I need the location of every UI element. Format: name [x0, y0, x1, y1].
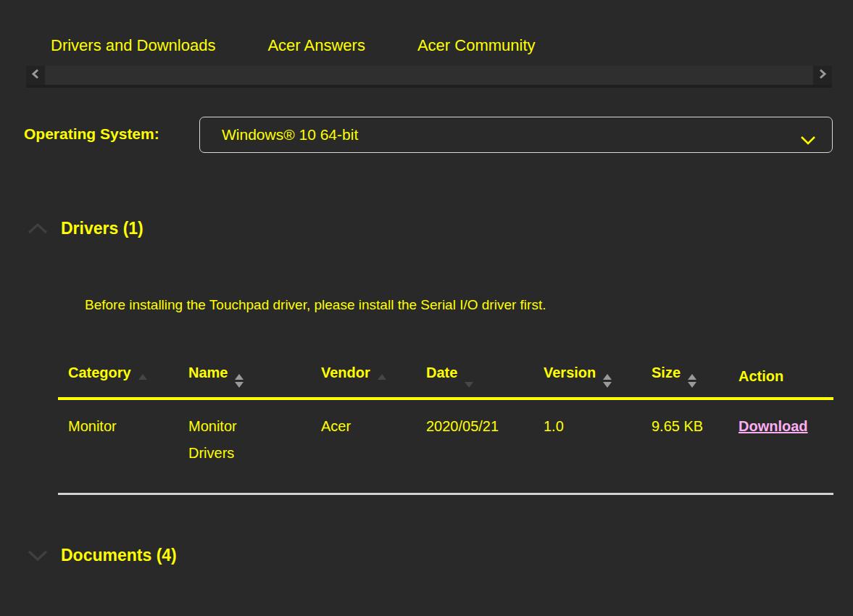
column-header-action: Action: [728, 360, 833, 399]
operating-system-label: Operating System:: [24, 125, 159, 143]
scroll-right-button[interactable]: [813, 66, 832, 85]
collapse-chevron-up-icon[interactable]: [28, 222, 48, 238]
sort-arrows-icon: [378, 374, 386, 388]
chevron-left-icon: [31, 69, 40, 82]
nav-acer-answers[interactable]: Acer Answers: [267, 36, 365, 55]
cell-action: Download: [728, 399, 833, 494]
column-header-label: Name: [188, 365, 228, 380]
column-header-label: Size: [652, 365, 681, 380]
touchpad-driver-notice: Before installing the Touchpad driver, p…: [85, 297, 546, 313]
nav-acer-community[interactable]: Acer Community: [417, 36, 536, 55]
drivers-table: Category Name Vendor Date Version Size A…: [58, 360, 833, 495]
column-header-category[interactable]: Category: [58, 360, 178, 399]
drivers-downloads-page: Drivers and Downloads Acer Answers Acer …: [0, 0, 853, 616]
drivers-section-title[interactable]: Drivers (1): [61, 219, 143, 238]
download-link[interactable]: Download: [738, 418, 808, 434]
column-header-size[interactable]: Size: [641, 360, 728, 399]
table-row: Monitor Monitor Drivers Acer 2020/05/21 …: [58, 399, 833, 494]
sort-arrows-icon: [138, 374, 147, 388]
column-header-date[interactable]: Date: [416, 360, 533, 399]
cell-version: 1.0: [533, 399, 641, 494]
nav-drivers-and-downloads[interactable]: Drivers and Downloads: [51, 36, 215, 55]
collapse-chevron-down-icon[interactable]: [28, 549, 48, 565]
operating-system-selected-value: Windows® 10 64-bit: [222, 126, 358, 143]
chevron-down-icon: [800, 131, 816, 149]
column-header-version[interactable]: Version: [533, 360, 641, 399]
tab-scrollbar[interactable]: [26, 66, 832, 85]
cell-size: 9.65 KB: [641, 399, 728, 494]
operating-system-select[interactable]: Windows® 10 64-bit: [199, 117, 833, 153]
top-navigation: Drivers and Downloads Acer Answers Acer …: [51, 36, 536, 55]
cell-name: Monitor Drivers: [178, 399, 311, 494]
column-header-label: Version: [544, 365, 596, 380]
scrollbar-track-line: [26, 85, 832, 88]
chevron-right-icon: [818, 69, 827, 82]
column-header-vendor[interactable]: Vendor: [311, 360, 416, 399]
cell-date: 2020/05/21: [416, 399, 533, 494]
cell-vendor: Acer: [311, 399, 416, 494]
cell-category: Monitor: [58, 399, 178, 494]
documents-section-title[interactable]: Documents (4): [61, 546, 177, 565]
sort-arrows-icon: [235, 374, 244, 388]
column-header-label: Vendor: [321, 365, 370, 380]
column-header-label: Date: [426, 365, 457, 380]
column-header-name[interactable]: Name: [178, 360, 311, 399]
column-header-label: Action: [738, 368, 783, 384]
sort-arrows-icon: [603, 374, 612, 388]
column-header-label: Category: [68, 365, 131, 380]
table-header-row: Category Name Vendor Date Version Size A…: [58, 360, 833, 399]
sort-arrows-icon: [465, 374, 473, 388]
scroll-left-button[interactable]: [26, 66, 45, 85]
sort-arrows-icon: [688, 374, 696, 388]
